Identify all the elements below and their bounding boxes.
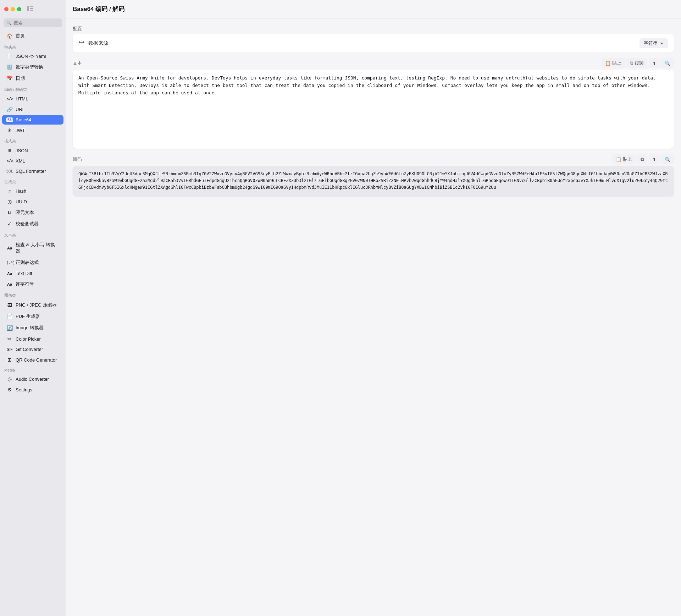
sidebar-item-png-jpeg[interactable]: 🖼 PNG / JPEG 压缩器 bbox=[2, 300, 63, 310]
sidebar-item-checksum[interactable]: ✓ 校验测试器 bbox=[2, 219, 63, 229]
sidebar-item-charcode[interactable]: Aa 连字符号 bbox=[2, 279, 63, 290]
doc-icon: 📄 bbox=[6, 54, 13, 59]
sidebar-item-label-jwt: JWT bbox=[16, 128, 59, 133]
minimize-button[interactable] bbox=[11, 7, 15, 11]
sidebar-item-color-picker[interactable]: ✏ Color Picker bbox=[2, 334, 63, 344]
sidebar-item-html[interactable]: </> HTML bbox=[2, 94, 63, 104]
sidebar-item-audio[interactable]: ◎ Audio Converter bbox=[2, 374, 63, 384]
datasource-label: 数据来源 bbox=[88, 40, 636, 46]
sidebar-item-json[interactable]: ≡ JSON bbox=[2, 145, 63, 155]
encoded-section-header: 编码 📋 貼上 ⧉ ⬆ 🔍 bbox=[73, 154, 674, 164]
convert-icon: 🔄 bbox=[6, 325, 13, 331]
dropdown-label: 字符串 bbox=[644, 40, 658, 46]
sidebar-item-pdf[interactable]: 📄 PDF 生成器 bbox=[2, 311, 63, 322]
sidebar-item-jwt[interactable]: ✳ JWT bbox=[2, 125, 63, 135]
case-icon: Aa bbox=[6, 246, 13, 250]
sidebar-item-home[interactable]: 🏠 首页 bbox=[2, 31, 63, 41]
sidebar-item-number-convert[interactable]: 🔢 数字类型转换 bbox=[2, 62, 63, 72]
chevron-down-icon bbox=[660, 41, 664, 45]
sidebar-item-label-case: 检查 & 大小写 转换器 bbox=[16, 242, 59, 254]
titlebar bbox=[0, 0, 66, 18]
sidebar-item-regex[interactable]: (.*) 正则表达式 bbox=[2, 257, 63, 268]
encoded-search-icon: 🔍 bbox=[665, 157, 670, 162]
text-input[interactable]: An Open-Source Swiss Army knife for deve… bbox=[73, 70, 674, 148]
sidebar-item-date[interactable]: 📅 日期 bbox=[2, 73, 63, 84]
encoded-search-button[interactable]: 🔍 bbox=[661, 154, 674, 164]
sidebar-item-label-qrcode: QR Code Generator bbox=[16, 357, 59, 363]
sidebar-item-xml[interactable]: </> XML bbox=[2, 156, 63, 166]
section-label-generate: 生成类 bbox=[0, 176, 66, 186]
traffic-lights bbox=[4, 7, 21, 11]
maximize-button[interactable] bbox=[17, 7, 21, 11]
sidebar-item-lorem[interactable]: Li 哑元文本 bbox=[2, 207, 63, 218]
sidebar-item-label-json: JSON bbox=[16, 148, 59, 153]
encoded-text: QW4gT3Blbi1Tb3VyY2UgU3dpc3MgQXJteSBrbmlm… bbox=[78, 171, 668, 190]
sidebar-item-hash[interactable]: # Hash bbox=[2, 186, 63, 196]
sidebar-item-image-convert[interactable]: 🔄 Image 转换器 bbox=[2, 323, 63, 333]
main-content: 配置 数据来源 字符串 bbox=[66, 18, 681, 616]
sidebar-item-sql[interactable]: SQL SQL Formatter bbox=[2, 166, 63, 176]
sidebar-item-qrcode[interactable]: ⊞ QR Code Generator bbox=[2, 355, 63, 365]
encoded-open-icon: ⬆ bbox=[652, 157, 656, 162]
qr-icon: ⊞ bbox=[6, 357, 13, 363]
section-label-convert: 转换类 bbox=[0, 42, 66, 51]
sidebar-item-label-home: 首页 bbox=[16, 33, 59, 39]
section-label-text: 文本类 bbox=[0, 230, 66, 239]
config-panel: 数据来源 字符串 bbox=[73, 34, 674, 53]
encoded-output: QW4gT3Blbi1Tb3VyY2UgU3dpc3MgQXJteSBrbmlm… bbox=[73, 166, 674, 196]
sidebar-item-uuid[interactable]: ◎ UUID bbox=[2, 197, 63, 207]
sidebar-item-label-color-picker: Color Picker bbox=[16, 336, 59, 342]
sidebar-item-label-checksum: 校验测试器 bbox=[16, 221, 59, 227]
text-paste-button[interactable]: 📋 貼上 bbox=[602, 58, 625, 68]
encoded-copy-button[interactable]: ⧉ bbox=[637, 154, 647, 164]
encoded-paste-button[interactable]: 📋 貼上 bbox=[612, 154, 636, 164]
regex-icon: (.*) bbox=[6, 261, 13, 265]
search-icon: 🔍 bbox=[6, 21, 12, 26]
paste-icon: 📋 bbox=[605, 61, 611, 66]
hash-icon: 🔢 bbox=[6, 65, 13, 70]
datasource-dropdown[interactable]: 字符串 bbox=[640, 38, 668, 48]
jwt-icon: ✳ bbox=[6, 127, 13, 133]
encoded-copy-icon: ⧉ bbox=[641, 156, 644, 162]
home-icon: 🏠 bbox=[6, 33, 13, 39]
hash3-icon: # bbox=[6, 189, 13, 193]
sidebar-item-label-url: URL bbox=[16, 107, 59, 112]
swap-icon[interactable] bbox=[78, 39, 85, 47]
sidebar: 🔍 🏠 首页 转换类 📄 JSON <> Yaml 🔢 数字类型转换 📅 日期 … bbox=[0, 0, 66, 616]
sidebar-toggle-button[interactable] bbox=[27, 6, 33, 12]
image-icon: 🖼 bbox=[6, 302, 13, 308]
calendar-icon: 📅 bbox=[6, 76, 13, 81]
sidebar-item-label-lorem: 哑元文本 bbox=[16, 209, 59, 216]
sidebar-item-settings[interactable]: ⚙ Settings bbox=[2, 385, 63, 395]
sidebar-item-label-png-jpeg: PNG / JPEG 压缩器 bbox=[16, 302, 59, 308]
encoded-open-button[interactable]: ⬆ bbox=[649, 154, 660, 164]
sidebar-item-case[interactable]: Aa 检查 & 大小写 转换器 bbox=[2, 240, 63, 257]
open-icon: ⬆ bbox=[652, 61, 656, 66]
sidebar-item-label-settings: Settings bbox=[16, 387, 59, 392]
text-open-button[interactable]: ⬆ bbox=[649, 58, 660, 68]
sidebar-item-label-regex: 正则表达式 bbox=[16, 259, 59, 266]
text-search-button[interactable]: 🔍 bbox=[661, 58, 674, 68]
paste-label: 貼上 bbox=[612, 60, 621, 66]
uuid-icon: ◎ bbox=[6, 199, 13, 204]
text-input-box: An Open-Source Swiss Army knife for deve… bbox=[73, 70, 674, 149]
sidebar-item-json-yaml[interactable]: 📄 JSON <> Yaml bbox=[2, 51, 63, 61]
encoded-section-label: 编码 bbox=[73, 156, 82, 163]
section-label-media: Media bbox=[0, 365, 66, 374]
text-copy-button[interactable]: ⧉ 複製 bbox=[626, 58, 647, 68]
search-icon: 🔍 bbox=[665, 61, 670, 66]
sidebar-item-base64[interactable]: B64 Base64 bbox=[2, 115, 63, 125]
xml-icon: </> bbox=[6, 159, 13, 163]
sidebar-item-label-date: 日期 bbox=[16, 75, 59, 82]
sidebar-item-gif[interactable]: GIF Gif Converter bbox=[2, 345, 63, 354]
sidebar-item-label-image-convert: Image 转换器 bbox=[16, 325, 59, 331]
text-section-header: 文本 📋 貼上 ⧉ 複製 ⬆ 🔍 bbox=[73, 58, 674, 68]
main-content-area: Base64 编码 / 解码 配置 数据来源 字符串 bbox=[66, 0, 681, 616]
sidebar-item-textdiff[interactable]: Aa Text Diff bbox=[2, 269, 63, 278]
search-input[interactable] bbox=[4, 18, 62, 27]
close-button[interactable] bbox=[4, 7, 9, 11]
sidebar-item-label-uuid: UUID bbox=[16, 199, 59, 204]
gear-icon: ⚙ bbox=[6, 387, 13, 392]
sidebar-item-url[interactable]: 🔗 URL bbox=[2, 104, 63, 114]
svg-rect-3 bbox=[30, 10, 33, 11]
